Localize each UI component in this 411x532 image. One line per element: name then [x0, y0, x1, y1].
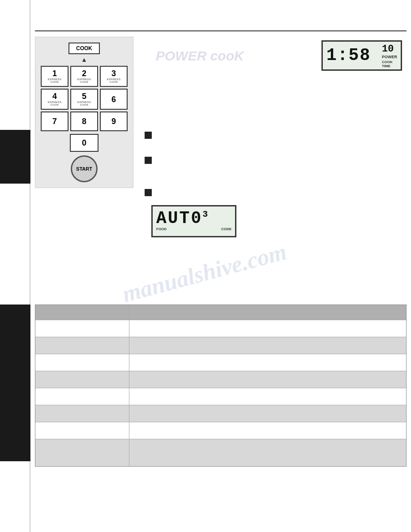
display-power-section: 10 POWER COOKTIME — [382, 43, 397, 68]
bullet-1 — [145, 131, 155, 139]
power-cook-heading: POWER cooK — [156, 48, 244, 64]
key-6-num: 6 — [111, 95, 116, 103]
display-cook-time-label: COOKTIME — [382, 60, 393, 68]
key-5-button[interactable]: 5 EXPRESS COOK — [70, 89, 98, 110]
table-row-5-left — [35, 388, 129, 405]
display-panel: 1:58 10 POWER COOKTIME — [321, 40, 402, 71]
key-4-num: 4 — [52, 92, 57, 100]
bullet-2 — [145, 156, 155, 164]
table-row-3-left — [35, 354, 129, 371]
table-row-5 — [35, 388, 406, 405]
table-row-4 — [35, 371, 406, 388]
key-2-button[interactable]: 2 EXPRESS COOK — [70, 66, 98, 87]
bullet-1-square — [145, 132, 152, 139]
table-row-6-right — [129, 405, 406, 422]
key-2-num: 2 — [82, 69, 86, 77]
table-header-right — [129, 305, 406, 320]
table-row-6-left — [35, 405, 129, 422]
display-power-label: POWER — [382, 55, 397, 59]
left-black-block-bottom — [0, 305, 30, 461]
auto-display-text: AUT03 — [153, 206, 235, 227]
table-row-2-right — [129, 337, 406, 354]
start-button[interactable]: START — [71, 155, 98, 182]
auto-display: AUT03 FOOD CODE — [151, 205, 236, 237]
table-row-7-right — [129, 422, 406, 439]
table-row-5-right — [129, 388, 406, 405]
table-row-4-left — [35, 371, 129, 388]
key-3-num: 3 — [111, 69, 116, 77]
table-row-1 — [35, 320, 406, 337]
key-9-num: 9 — [111, 117, 116, 125]
key-5-label: EXPRESS COOK — [73, 101, 95, 106]
left-sidebar — [0, 0, 30, 532]
bullet-3-square — [145, 189, 152, 196]
key-5-num: 5 — [82, 92, 86, 100]
table-outer — [35, 305, 407, 467]
table-row-3-right — [129, 354, 406, 371]
table-row-4-right — [129, 371, 406, 388]
key-3-label: EXPRESS COOK — [103, 78, 125, 83]
key-9-button[interactable]: 9 — [100, 112, 128, 131]
table-row-8 — [35, 439, 406, 466]
top-border-line — [35, 30, 407, 31]
table-header-left — [35, 305, 129, 320]
table-row-7 — [35, 422, 406, 439]
key-8-button[interactable]: 8 — [70, 112, 98, 131]
table-section — [35, 305, 407, 467]
key-1-button[interactable]: 1 EXPRESS COOK — [41, 66, 68, 87]
start-btn-row: START — [41, 155, 128, 182]
table-row-2 — [35, 337, 406, 354]
display-time: 1:58 — [326, 47, 371, 64]
table-row-1-right — [129, 320, 406, 337]
bullet-3 — [145, 188, 155, 196]
table-row-2-left — [35, 337, 129, 354]
key-2-label: EXPRESS COOK — [73, 78, 95, 83]
key-4-button[interactable]: 4 EXPRESS COOK — [41, 89, 68, 110]
key-1-label: EXPRESS COOK — [43, 78, 66, 83]
display-power-number: 10 — [382, 43, 394, 55]
table-row-header — [35, 305, 406, 320]
auto-superscript: 3 — [202, 209, 209, 219]
cook-arrow: ▲ — [41, 56, 128, 63]
key-7-button[interactable]: 7 — [41, 112, 68, 131]
key-0-num: 0 — [82, 139, 86, 147]
table-row-8-right — [129, 439, 406, 466]
key-7-num: 7 — [52, 117, 57, 125]
key-4-label: EXPRESS COOK — [43, 101, 66, 106]
keypad-panel: COOK ▲ 1 EXPRESS COOK 2 EXPRESS COOK 3 E… — [35, 37, 133, 188]
key-1-num: 1 — [52, 69, 57, 77]
table-row-7-left — [35, 422, 129, 439]
food-label: FOOD — [156, 227, 167, 231]
main-content: COOK ▲ 1 EXPRESS COOK 2 EXPRESS COOK 3 E… — [30, 0, 411, 532]
table-row-1-left — [35, 320, 129, 337]
keypad-grid: 1 EXPRESS COOK 2 EXPRESS COOK 3 EXPRESS … — [41, 66, 128, 131]
cook-button[interactable]: COOK — [68, 43, 100, 54]
table-row-8-left — [35, 439, 129, 466]
code-label: CODE — [221, 227, 231, 231]
key-8-num: 8 — [82, 117, 86, 125]
key-zero-row: 0 — [41, 134, 128, 152]
watermark: manualshive.com — [120, 238, 289, 308]
key-6-button[interactable]: 6 — [100, 89, 128, 110]
left-black-block-top — [0, 130, 30, 184]
key-0-button[interactable]: 0 — [70, 134, 98, 152]
table-row-3 — [35, 354, 406, 371]
table-row-6 — [35, 405, 406, 422]
bullet-2-square — [145, 157, 152, 164]
key-3-button[interactable]: 3 EXPRESS COOK — [100, 66, 128, 87]
